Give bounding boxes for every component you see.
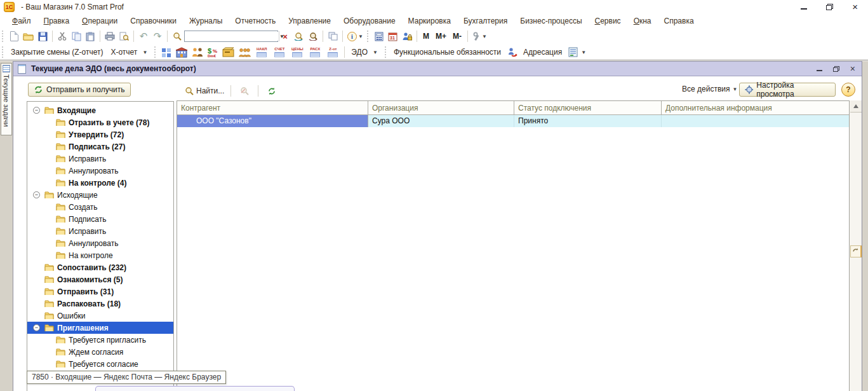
functional-duties-icon-button[interactable] [505,45,519,59]
cancel-search-button[interactable] [237,84,251,98]
toolbar-grip[interactable] [366,31,370,42]
menu-item-8[interactable]: Маркировка [403,15,457,27]
all-actions-button[interactable]: Все действия ▼ [682,85,737,93]
chevron-down-icon[interactable]: ▼ [142,50,147,55]
tree-item[interactable]: Требуется согласие [27,358,173,370]
memory-button-1[interactable]: M+ [432,32,450,41]
report-shortcut-button[interactable]: НАКЛ [253,46,270,58]
tree-item[interactable]: Подписать [27,213,173,225]
table-cell[interactable]: Сура ООО [368,115,514,127]
menu-item-6[interactable]: Управление [283,15,337,27]
view-settings-button[interactable]: Настройка просмотра [739,83,836,97]
tree-item[interactable]: Требуется пригласить [27,334,173,346]
table-cell[interactable]: ООО "Сазонов" [177,115,368,127]
x-report-button[interactable]: X-отчет [107,48,141,57]
send-receive-button[interactable]: Отправить и получить [28,83,131,97]
save-button[interactable] [36,29,50,43]
paste-button[interactable] [83,29,97,43]
find-next-button[interactable] [292,29,306,43]
tree-item[interactable]: Утвердить (72) [27,128,173,141]
toolbar-grip[interactable] [1,31,4,42]
tree-item[interactable]: Ознакомиться (5) [27,273,173,285]
tree-item[interactable]: Исправить [27,153,173,165]
stacked-windows-button[interactable] [326,29,340,43]
edo-window-titlebar[interactable]: Текущие дела ЭДО (весь документооборот) … [13,62,862,76]
chevron-down-icon[interactable]: ▼ [581,50,586,55]
chevron-down-icon[interactable]: ▼ [373,50,378,55]
tree-item[interactable]: −Приглашения [27,322,173,334]
report-shortcut-button[interactable]: Z-от [324,46,341,58]
scroll-up-button[interactable] [850,100,862,113]
tree-item[interactable]: Распаковать (18) [27,298,173,310]
services-button[interactable]: ▼ [471,29,489,43]
functional-duties-button[interactable]: Функциональные обязанности [390,48,505,57]
toolbar-grip[interactable] [154,46,157,58]
search-combobox[interactable]: ▼ [184,31,278,42]
tree-item[interactable]: Ошибки [27,310,173,322]
menu-item-2[interactable]: Операции [76,15,123,27]
cashbox-button[interactable] [220,45,236,59]
tree-item[interactable]: Исправить [27,225,173,237]
report-shortcut-button[interactable]: ЦЕНЫ [289,46,305,58]
menu-item-5[interactable]: Отчетность [229,15,281,27]
currency-button[interactable]: $Dm€% [205,45,220,59]
open-button[interactable] [21,29,36,43]
close-shift-button[interactable]: Закрытие смены (Z-отчет) [7,48,107,57]
redo-button[interactable]: ↷ [150,29,164,43]
menu-item-12[interactable]: Окна [628,15,657,27]
menu-item-10[interactable]: Бизнес-процессы [514,15,587,27]
toolbar-grip[interactable] [384,46,387,58]
tree-item[interactable]: −Исходящие [27,189,173,201]
print-preview-button[interactable] [117,29,131,43]
tree-item[interactable]: Аннулировать [27,165,173,177]
calculator-button[interactable] [372,29,386,43]
tree-item[interactable]: Отправить (31) [27,285,173,298]
report-shortcut-button[interactable]: РАСХ [307,46,323,58]
scroll-refresh-button[interactable] [850,245,862,257]
report-shortcut-button[interactable]: СЧЕТ [271,46,288,58]
column-header[interactable]: Контрагент [177,101,368,115]
tree-item[interactable]: На контроле [27,249,173,261]
minimize-button[interactable] [801,4,807,10]
print-button[interactable] [103,29,117,43]
blocks-button[interactable] [159,45,173,59]
staff-button[interactable] [236,45,253,59]
restore-button[interactable] [826,4,833,10]
calendar-button[interactable]: 31 [386,29,400,43]
refresh-list-button[interactable] [265,84,279,98]
window-restore-button[interactable] [833,66,839,72]
tree-item[interactable]: Аннулировать [27,237,173,249]
collapse-icon[interactable]: − [33,191,40,198]
tree-item[interactable]: Отразить в учете (78) [27,116,173,128]
memory-button-2[interactable]: M- [450,32,465,41]
collapse-icon[interactable]: − [33,324,40,331]
window-close-button[interactable]: × [850,65,855,72]
tree-item[interactable]: Подписать (27) [27,141,173,153]
table-cell[interactable]: Принято [514,115,662,127]
toolbar-grip[interactable] [1,46,4,58]
help-button[interactable]: ? [841,83,855,97]
table-cell[interactable] [662,115,850,127]
menu-item-9[interactable]: Бухгалтерия [458,15,513,27]
menu-item-4[interactable]: Журналы [184,15,228,27]
user-lock-button[interactable] [400,29,414,43]
addressing-button[interactable]: Адресация [519,48,566,57]
menu-item-13[interactable]: Справка [658,15,700,27]
menu-item-3[interactable]: Справочники [124,15,182,27]
menu-item-7[interactable]: Оборудование [338,15,401,27]
tree-item[interactable]: На контроле (4) [27,177,173,189]
edo-menu-button[interactable]: ЭДО [347,48,371,57]
column-header[interactable]: Дополнительная информация [662,101,850,115]
addressing-icon-button[interactable] [566,45,580,59]
menu-item-0[interactable]: Файл [6,15,37,27]
clear-search-button[interactable]: × [278,29,292,43]
search-input[interactable] [185,32,279,41]
partners-button[interactable] [190,45,205,59]
copy-button[interactable] [69,29,83,43]
info-button[interactable]: i▼ [345,29,365,43]
tree-item[interactable]: Ждем согласия [27,346,173,358]
find-in-list-button[interactable]: Найти... [185,86,224,95]
cut-button[interactable] [55,29,69,43]
column-header[interactable]: Организация [368,101,514,115]
tree-item[interactable]: Создать [27,201,173,213]
